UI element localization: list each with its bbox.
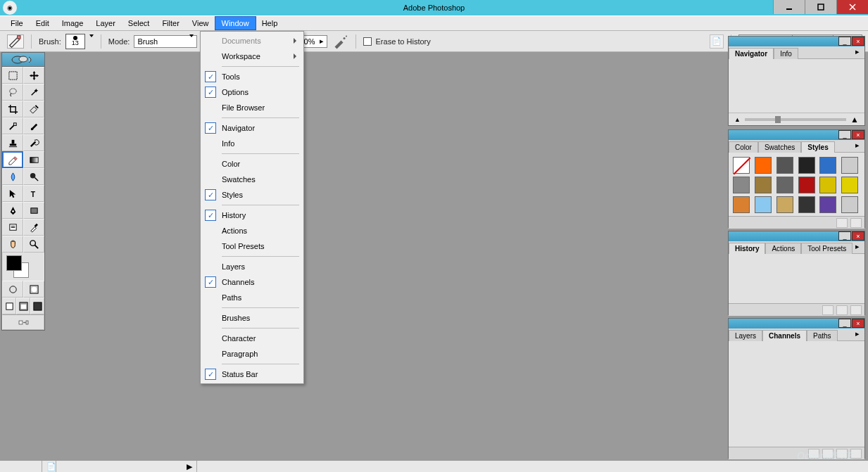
tool-healing-brush[interactable] [2, 117, 23, 134]
style-swatch[interactable] [841, 177, 858, 193]
style-swatch[interactable] [819, 177, 836, 193]
menuitem-styles[interactable]: ✓Styles [202, 187, 302, 203]
tool-move[interactable] [23, 67, 44, 84]
minimize-button[interactable] [773, 0, 805, 14]
screen-mode-standard[interactable] [2, 298, 16, 314]
delete-channel-icon[interactable] [850, 449, 862, 459]
panel-minimize-button[interactable]: _ [838, 37, 851, 46]
style-swatch[interactable] [755, 157, 772, 174]
foreground-color[interactable] [6, 255, 22, 271]
panel-minimize-button[interactable]: _ [838, 319, 851, 328]
screen-mode-full[interactable] [30, 298, 44, 314]
tab-info[interactable]: Info [774, 48, 798, 59]
tab-history[interactable]: History [729, 243, 765, 254]
menu-image[interactable]: Image [56, 17, 90, 30]
tab-channels[interactable]: Channels [762, 330, 807, 341]
quickmask-off[interactable] [2, 281, 23, 298]
panel-channels-header[interactable]: _ × [729, 319, 864, 329]
save-selection-icon[interactable] [822, 449, 834, 459]
new-channel-icon[interactable] [836, 449, 848, 459]
menuitem-options[interactable]: ✓Options [202, 84, 302, 100]
jump-to-imageready[interactable] [2, 314, 44, 330]
maximize-button[interactable] [805, 0, 836, 14]
panel-menu-icon[interactable]: ▸ [852, 141, 863, 149]
tool-magic-wand[interactable] [23, 84, 44, 101]
menu-edit[interactable]: Edit [30, 17, 56, 30]
panel-history-header[interactable]: _ × [729, 231, 864, 241]
menuitem-info[interactable]: Info [202, 136, 302, 151]
file-icon[interactable]: 📄 [710, 34, 724, 49]
style-swatch[interactable] [755, 177, 772, 193]
panel-menu-icon[interactable]: ▸ [852, 329, 863, 338]
tool-shape[interactable] [23, 202, 44, 219]
panel-styles-header[interactable]: _ × [729, 130, 864, 140]
status-zoom[interactable] [0, 461, 42, 472]
style-swatch[interactable] [798, 157, 815, 174]
panel-close-button[interactable]: × [852, 231, 864, 241]
tab-navigator[interactable]: Navigator [729, 48, 774, 59]
menuitem-brushes[interactable]: Brushes [202, 310, 302, 326]
tool-blur[interactable] [2, 168, 23, 185]
load-selection-icon[interactable] [808, 449, 819, 459]
channels-list[interactable] [729, 341, 864, 447]
menu-select[interactable]: Select [122, 17, 156, 30]
history-list[interactable] [729, 254, 864, 303]
menuitem-history[interactable]: ✓History [202, 208, 302, 223]
panel-minimize-button[interactable]: _ [838, 231, 851, 241]
style-swatch[interactable] [841, 196, 858, 213]
tab-styles[interactable]: Styles [801, 141, 834, 153]
tool-crop[interactable] [2, 101, 23, 117]
menuitem-layers[interactable]: Layers [202, 259, 302, 274]
new-style-icon[interactable] [836, 218, 848, 228]
panel-navigator-header[interactable]: _ × [729, 37, 864, 46]
navigator-preview[interactable] [729, 59, 864, 113]
style-swatch[interactable] [733, 157, 750, 174]
panel-close-button[interactable]: × [852, 130, 864, 139]
menuitem-swatches[interactable]: Swatches [202, 172, 302, 187]
style-swatch[interactable] [755, 196, 772, 213]
tool-brush[interactable] [23, 117, 44, 134]
style-swatch[interactable] [776, 196, 793, 213]
menuitem-paragraph[interactable]: Paragraph [202, 346, 302, 362]
tool-hand[interactable] [2, 236, 23, 253]
screen-mode-fullmenu[interactable] [16, 298, 30, 314]
style-swatch[interactable] [798, 177, 815, 193]
tab-layers[interactable]: Layers [729, 330, 762, 341]
zoom-out-icon[interactable]: ▲ [734, 116, 741, 123]
current-tool-icon[interactable] [7, 34, 24, 49]
menuitem-character[interactable]: Character [202, 331, 302, 346]
style-swatch[interactable] [776, 177, 793, 193]
navigator-zoom-slider[interactable] [745, 118, 846, 121]
menuitem-file-browser[interactable]: File Browser [202, 100, 302, 115]
menu-view[interactable]: View [186, 17, 215, 30]
status-doc-icon[interactable]: 📄 [42, 461, 56, 472]
status-info[interactable]: ▶ [56, 461, 197, 472]
menuitem-channels[interactable]: ✓Channels [202, 274, 302, 290]
tab-paths[interactable]: Paths [807, 330, 838, 341]
menuitem-actions[interactable]: Actions [202, 223, 302, 238]
tool-type[interactable]: T [23, 185, 44, 202]
menu-help[interactable]: Help [256, 17, 284, 30]
style-swatch[interactable] [776, 157, 793, 174]
new-snapshot-icon[interactable] [836, 305, 848, 315]
style-swatch[interactable] [819, 196, 836, 213]
panel-menu-icon[interactable]: ▸ [852, 242, 863, 250]
style-swatch[interactable] [733, 196, 750, 213]
tab-color[interactable]: Color [729, 141, 758, 153]
menuitem-color[interactable]: Color [202, 156, 302, 172]
style-swatch[interactable] [733, 177, 750, 193]
panel-close-button[interactable]: × [852, 37, 864, 46]
delete-icon[interactable] [850, 305, 862, 315]
menuitem-paths[interactable]: Paths [202, 290, 302, 305]
tool-stamp[interactable] [2, 134, 23, 151]
brush-dropdown-arrow-icon[interactable] [89, 37, 94, 46]
airbrush-icon[interactable] [332, 34, 348, 49]
style-swatch[interactable] [841, 157, 858, 174]
tool-lasso[interactable] [2, 84, 23, 101]
zoom-in-icon[interactable]: ▲ [850, 115, 859, 125]
tool-zoom[interactable] [23, 236, 44, 253]
menu-layer[interactable]: Layer [89, 17, 122, 30]
tab-actions[interactable]: Actions [765, 243, 801, 254]
menuitem-tool-presets[interactable]: Tool Presets [202, 238, 302, 254]
tool-history-brush[interactable] [23, 134, 44, 151]
